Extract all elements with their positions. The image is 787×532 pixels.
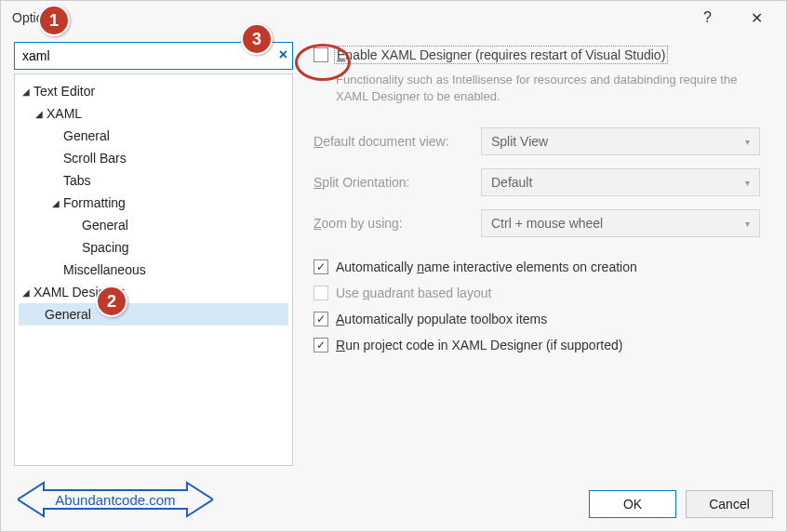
tree-formatting[interactable]: ◢Formatting <box>19 192 288 214</box>
run-project-checkbox[interactable] <box>313 338 328 352</box>
populate-row: Automatically populate toolbox items <box>313 312 766 326</box>
annotation-badge-2: 2 <box>96 286 127 317</box>
window-title: Options <box>12 10 703 25</box>
tree-fmt-spacing[interactable]: Spacing <box>19 236 288 259</box>
close-button[interactable]: ✕ <box>738 9 775 27</box>
quadrant-label: Use quadrant based layout <box>336 286 491 300</box>
tree-xaml-tabs[interactable]: Tabs <box>19 169 288 192</box>
auto-name-row: Automatically name interactive elements … <box>313 259 766 274</box>
default-view-label: Default document view: <box>313 134 481 149</box>
enable-xaml-designer-label: Enable XAML Designer (requires restart o… <box>334 46 668 64</box>
zoom-select[interactable]: Ctrl + mouse wheel▾ <box>481 209 760 237</box>
quadrant-checkbox[interactable] <box>313 286 328 300</box>
titlebar: Options ? ✕ <box>1 1 786 34</box>
default-view-select[interactable]: Split View▾ <box>481 127 760 155</box>
tree-fmt-general[interactable]: General <box>19 214 288 236</box>
populate-checkbox[interactable] <box>313 312 328 326</box>
settings-panel: Enable XAML Designer (requires restart o… <box>306 42 773 466</box>
help-button[interactable]: ? <box>703 9 712 26</box>
cancel-button[interactable]: Cancel <box>686 490 773 518</box>
options-tree[interactable]: ◢Text Editor ◢XAML General Scroll Bars T… <box>14 73 293 466</box>
ok-button[interactable]: OK <box>589 490 676 518</box>
tree-xaml-scrollbars[interactable]: Scroll Bars <box>19 147 288 169</box>
annotation-badge-3: 3 <box>241 23 273 55</box>
run-project-label: Run project code in XAML Designer (if su… <box>336 338 622 352</box>
zoom-label: Zoom by using: <box>313 216 481 231</box>
tree-xaml-general[interactable]: General <box>19 125 288 147</box>
chevron-down-icon: ▾ <box>745 178 750 188</box>
auto-name-label: Automatically name interactive elements … <box>336 259 637 274</box>
split-orientation-label: Split Orientation: <box>313 175 481 190</box>
run-project-row: Run project code in XAML Designer (if su… <box>313 338 766 352</box>
tree-xd-general[interactable]: General <box>19 303 288 326</box>
split-orientation-select[interactable]: Default▾ <box>481 168 760 196</box>
tree-xaml[interactable]: ◢XAML <box>19 102 288 125</box>
annotation-ellipse <box>295 44 351 81</box>
quadrant-row: Use quadrant based layout <box>313 286 766 300</box>
clear-search-icon[interactable]: × <box>279 47 287 63</box>
designer-description: Functionality such as Intellisense for r… <box>313 72 766 105</box>
auto-name-checkbox[interactable] <box>313 259 328 274</box>
annotation-badge-1: 1 <box>38 5 70 36</box>
chevron-down-icon: ▾ <box>745 219 750 229</box>
tree-misc[interactable]: Miscellaneous <box>19 259 288 281</box>
options-dialog: Options ? ✕ × ◢Text Editor ◢XAML General… <box>0 0 787 532</box>
watermark-banner: Abundantcode.com <box>18 481 213 518</box>
dialog-footer: OK Cancel <box>589 490 773 518</box>
populate-label: Automatically populate toolbox items <box>336 312 547 326</box>
tree-text-editor[interactable]: ◢Text Editor <box>19 80 288 102</box>
tree-xaml-designer[interactable]: ◢XAML Designer <box>19 281 288 303</box>
chevron-down-icon: ▾ <box>745 137 750 147</box>
